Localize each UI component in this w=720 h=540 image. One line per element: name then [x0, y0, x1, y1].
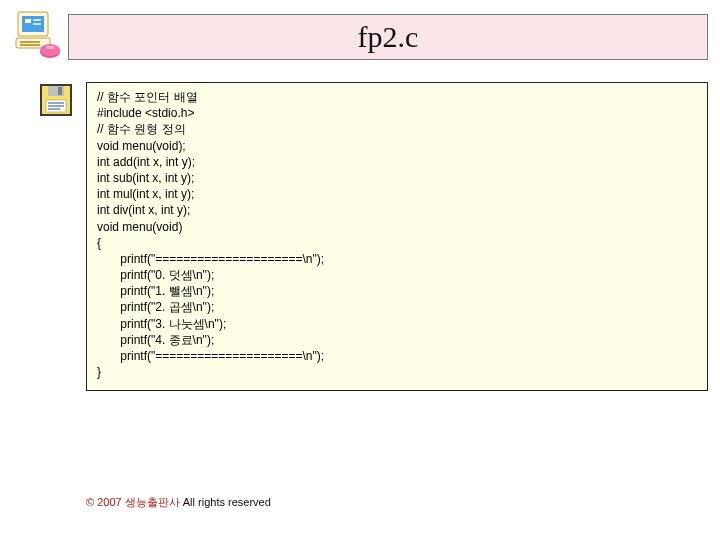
- code-line: printf("=====================\n");: [97, 348, 697, 364]
- code-line: printf("=====================\n");: [97, 251, 697, 267]
- code-line: int mul(int x, int y);: [97, 186, 697, 202]
- rights-text: All rights reserved: [180, 496, 271, 508]
- code-line: int sub(int x, int y);: [97, 170, 697, 186]
- code-line: }: [97, 364, 697, 380]
- svg-rect-7: [20, 44, 40, 46]
- title-bar: fp2.c: [68, 14, 708, 60]
- computer-icon: [12, 8, 64, 60]
- code-line: printf("3. 나눗셈\n");: [97, 316, 697, 332]
- copyright-text: © 2007 생능출판사: [86, 496, 180, 508]
- code-line: printf("0. 덧셈\n");: [97, 267, 697, 283]
- code-line: printf("2. 곱셈\n");: [97, 299, 697, 315]
- svg-rect-4: [33, 23, 41, 25]
- code-line: // 함수 원형 정의: [97, 121, 697, 137]
- code-line: printf("4. 종료\n");: [97, 332, 697, 348]
- footer: © 2007 생능출판사 All rights reserved: [86, 495, 271, 510]
- code-line: #include <stdio.h>: [97, 105, 697, 121]
- svg-rect-10: [46, 46, 54, 49]
- svg-rect-6: [20, 41, 40, 43]
- code-line: int div(int x, int y);: [97, 202, 697, 218]
- svg-rect-14: [58, 87, 62, 95]
- code-line: int add(int x, int y);: [97, 154, 697, 170]
- code-line: void menu(void): [97, 219, 697, 235]
- svg-rect-3: [33, 19, 41, 21]
- code-line: void menu(void);: [97, 138, 697, 154]
- floppy-icon: [38, 82, 78, 122]
- page-title: fp2.c: [358, 20, 419, 54]
- svg-point-9: [40, 44, 60, 56]
- code-line: printf("1. 뺄셈\n");: [97, 283, 697, 299]
- code-line: {: [97, 235, 697, 251]
- code-line: // 함수 포인터 배열: [97, 89, 697, 105]
- code-block: // 함수 포인터 배열 #include <stdio.h> // 함수 원형…: [86, 82, 708, 391]
- svg-rect-2: [25, 19, 31, 23]
